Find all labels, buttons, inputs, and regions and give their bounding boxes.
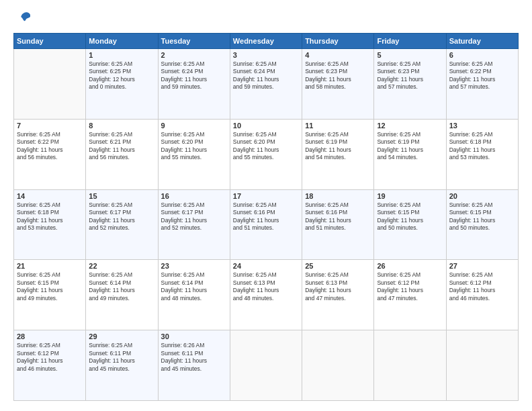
calendar-cell: 20Sunrise: 6:25 AM Sunset: 6:15 PM Dayli… bbox=[446, 189, 518, 260]
day-number: 18 bbox=[305, 192, 371, 200]
day-number: 28 bbox=[17, 332, 83, 340]
day-info: Sunrise: 6:25 AM Sunset: 6:16 PM Dayligh… bbox=[233, 201, 299, 232]
day-number: 7 bbox=[17, 122, 83, 130]
day-info: Sunrise: 6:25 AM Sunset: 6:21 PM Dayligh… bbox=[89, 131, 154, 162]
calendar-cell bbox=[446, 330, 518, 401]
day-number: 29 bbox=[89, 332, 154, 340]
day-info: Sunrise: 6:25 AM Sunset: 6:12 PM Dayligh… bbox=[449, 271, 515, 302]
day-info: Sunrise: 6:26 AM Sunset: 6:11 PM Dayligh… bbox=[161, 342, 227, 373]
day-info: Sunrise: 6:25 AM Sunset: 6:22 PM Dayligh… bbox=[17, 131, 83, 162]
day-number: 2 bbox=[161, 51, 227, 59]
day-info: Sunrise: 6:25 AM Sunset: 6:20 PM Dayligh… bbox=[233, 131, 299, 162]
page-header bbox=[13, 10, 519, 26]
calendar-cell: 27Sunrise: 6:25 AM Sunset: 6:12 PM Dayli… bbox=[446, 260, 518, 330]
day-number: 8 bbox=[89, 122, 154, 130]
day-number: 9 bbox=[161, 122, 227, 130]
day-number: 17 bbox=[233, 192, 299, 200]
day-header-tuesday: Tuesday bbox=[158, 34, 230, 49]
calendar-cell: 4Sunrise: 6:25 AM Sunset: 6:23 PM Daylig… bbox=[302, 49, 374, 120]
calendar-cell: 11Sunrise: 6:25 AM Sunset: 6:19 PM Dayli… bbox=[302, 119, 374, 189]
day-number: 30 bbox=[161, 332, 227, 340]
day-info: Sunrise: 6:25 AM Sunset: 6:23 PM Dayligh… bbox=[305, 60, 371, 91]
calendar-cell bbox=[230, 330, 302, 401]
day-info: Sunrise: 6:25 AM Sunset: 6:18 PM Dayligh… bbox=[449, 131, 515, 162]
calendar-cell: 25Sunrise: 6:25 AM Sunset: 6:13 PM Dayli… bbox=[302, 260, 374, 330]
calendar-cell: 5Sunrise: 6:25 AM Sunset: 6:23 PM Daylig… bbox=[374, 49, 446, 120]
calendar-cell: 30Sunrise: 6:26 AM Sunset: 6:11 PM Dayli… bbox=[158, 330, 230, 401]
day-number: 25 bbox=[305, 262, 371, 270]
day-header-saturday: Saturday bbox=[446, 34, 518, 49]
day-info: Sunrise: 6:25 AM Sunset: 6:19 PM Dayligh… bbox=[377, 131, 443, 162]
calendar-cell: 17Sunrise: 6:25 AM Sunset: 6:16 PM Dayli… bbox=[230, 189, 302, 260]
calendar-week-row: 21Sunrise: 6:25 AM Sunset: 6:15 PM Dayli… bbox=[14, 260, 519, 330]
calendar-cell: 21Sunrise: 6:25 AM Sunset: 6:15 PM Dayli… bbox=[14, 260, 86, 330]
calendar-cell bbox=[302, 330, 374, 401]
calendar-cell: 29Sunrise: 6:25 AM Sunset: 6:11 PM Dayli… bbox=[86, 330, 158, 401]
calendar-cell: 12Sunrise: 6:25 AM Sunset: 6:19 PM Dayli… bbox=[374, 119, 446, 189]
calendar-cell: 16Sunrise: 6:25 AM Sunset: 6:17 PM Dayli… bbox=[158, 189, 230, 260]
calendar-cell: 28Sunrise: 6:25 AM Sunset: 6:12 PM Dayli… bbox=[14, 330, 86, 401]
day-info: Sunrise: 6:25 AM Sunset: 6:24 PM Dayligh… bbox=[233, 60, 299, 91]
day-info: Sunrise: 6:25 AM Sunset: 6:20 PM Dayligh… bbox=[161, 131, 227, 162]
day-info: Sunrise: 6:25 AM Sunset: 6:19 PM Dayligh… bbox=[305, 131, 371, 162]
calendar-week-row: 14Sunrise: 6:25 AM Sunset: 6:18 PM Dayli… bbox=[14, 189, 519, 260]
calendar-cell bbox=[374, 330, 446, 401]
calendar-cell: 13Sunrise: 6:25 AM Sunset: 6:18 PM Dayli… bbox=[446, 119, 518, 189]
day-info: Sunrise: 6:25 AM Sunset: 6:14 PM Dayligh… bbox=[161, 271, 227, 302]
calendar-week-row: 28Sunrise: 6:25 AM Sunset: 6:12 PM Dayli… bbox=[14, 330, 519, 401]
day-header-friday: Friday bbox=[374, 34, 446, 49]
day-header-wednesday: Wednesday bbox=[230, 34, 302, 49]
day-number: 15 bbox=[89, 192, 154, 200]
day-info: Sunrise: 6:25 AM Sunset: 6:15 PM Dayligh… bbox=[377, 201, 443, 232]
calendar-cell: 14Sunrise: 6:25 AM Sunset: 6:18 PM Dayli… bbox=[14, 189, 86, 260]
day-info: Sunrise: 6:25 AM Sunset: 6:22 PM Dayligh… bbox=[449, 60, 515, 91]
calendar-cell: 23Sunrise: 6:25 AM Sunset: 6:14 PM Dayli… bbox=[158, 260, 230, 330]
calendar-cell: 8Sunrise: 6:25 AM Sunset: 6:21 PM Daylig… bbox=[86, 119, 158, 189]
day-info: Sunrise: 6:25 AM Sunset: 6:12 PM Dayligh… bbox=[17, 342, 83, 373]
day-number: 21 bbox=[17, 262, 83, 270]
day-number: 20 bbox=[449, 192, 515, 200]
day-number: 16 bbox=[161, 192, 227, 200]
calendar-cell: 22Sunrise: 6:25 AM Sunset: 6:14 PM Dayli… bbox=[86, 260, 158, 330]
calendar-week-row: 1Sunrise: 6:25 AM Sunset: 6:25 PM Daylig… bbox=[14, 49, 519, 120]
day-number: 4 bbox=[305, 51, 371, 59]
day-number: 10 bbox=[233, 122, 299, 130]
calendar-cell: 3Sunrise: 6:25 AM Sunset: 6:24 PM Daylig… bbox=[230, 49, 302, 120]
calendar-cell: 6Sunrise: 6:25 AM Sunset: 6:22 PM Daylig… bbox=[446, 49, 518, 120]
day-info: Sunrise: 6:25 AM Sunset: 6:17 PM Dayligh… bbox=[89, 201, 154, 232]
day-info: Sunrise: 6:25 AM Sunset: 6:16 PM Dayligh… bbox=[305, 201, 371, 232]
day-info: Sunrise: 6:25 AM Sunset: 6:13 PM Dayligh… bbox=[233, 271, 299, 302]
day-info: Sunrise: 6:25 AM Sunset: 6:18 PM Dayligh… bbox=[17, 201, 83, 232]
day-number: 26 bbox=[377, 262, 443, 270]
calendar-table: SundayMondayTuesdayWednesdayThursdayFrid… bbox=[13, 33, 519, 401]
day-number: 5 bbox=[377, 51, 443, 59]
logo bbox=[13, 10, 32, 26]
calendar-cell: 18Sunrise: 6:25 AM Sunset: 6:16 PM Dayli… bbox=[302, 189, 374, 260]
calendar-cell: 1Sunrise: 6:25 AM Sunset: 6:25 PM Daylig… bbox=[86, 49, 158, 120]
day-number: 23 bbox=[161, 262, 227, 270]
day-number: 24 bbox=[233, 262, 299, 270]
day-number: 3 bbox=[233, 51, 299, 59]
day-header-sunday: Sunday bbox=[14, 34, 86, 49]
calendar-cell: 15Sunrise: 6:25 AM Sunset: 6:17 PM Dayli… bbox=[86, 189, 158, 260]
day-number: 14 bbox=[17, 192, 83, 200]
calendar-week-row: 7Sunrise: 6:25 AM Sunset: 6:22 PM Daylig… bbox=[14, 119, 519, 189]
calendar-cell: 7Sunrise: 6:25 AM Sunset: 6:22 PM Daylig… bbox=[14, 119, 86, 189]
logo-bird-icon bbox=[16, 10, 32, 26]
day-number: 1 bbox=[89, 51, 154, 59]
calendar-cell: 24Sunrise: 6:25 AM Sunset: 6:13 PM Dayli… bbox=[230, 260, 302, 330]
calendar-header-row: SundayMondayTuesdayWednesdayThursdayFrid… bbox=[14, 34, 519, 49]
day-info: Sunrise: 6:25 AM Sunset: 6:14 PM Dayligh… bbox=[89, 271, 154, 302]
day-info: Sunrise: 6:25 AM Sunset: 6:11 PM Dayligh… bbox=[89, 342, 154, 373]
day-info: Sunrise: 6:25 AM Sunset: 6:23 PM Dayligh… bbox=[377, 60, 443, 91]
day-info: Sunrise: 6:25 AM Sunset: 6:15 PM Dayligh… bbox=[17, 271, 83, 302]
day-info: Sunrise: 6:25 AM Sunset: 6:17 PM Dayligh… bbox=[161, 201, 227, 232]
day-header-monday: Monday bbox=[86, 34, 158, 49]
day-info: Sunrise: 6:25 AM Sunset: 6:25 PM Dayligh… bbox=[89, 60, 154, 91]
calendar-cell: 26Sunrise: 6:25 AM Sunset: 6:12 PM Dayli… bbox=[374, 260, 446, 330]
calendar-cell: 2Sunrise: 6:25 AM Sunset: 6:24 PM Daylig… bbox=[158, 49, 230, 120]
day-number: 13 bbox=[449, 122, 515, 130]
day-info: Sunrise: 6:25 AM Sunset: 6:12 PM Dayligh… bbox=[377, 271, 443, 302]
day-number: 11 bbox=[305, 122, 371, 130]
day-info: Sunrise: 6:25 AM Sunset: 6:15 PM Dayligh… bbox=[449, 201, 515, 232]
